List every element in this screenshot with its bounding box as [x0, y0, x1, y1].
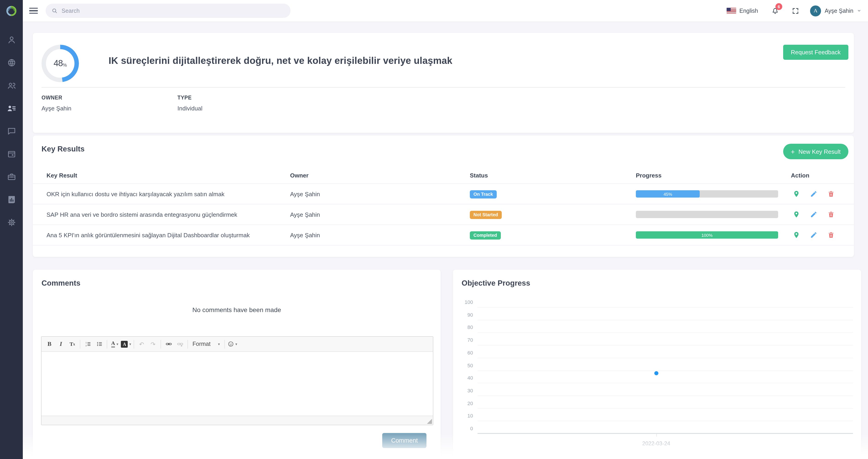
- col-status: Status: [470, 172, 636, 179]
- sidebar-item-explore[interactable]: [0, 51, 23, 74]
- key-result-owner: Ayşe Şahin: [290, 211, 470, 218]
- y-axis-tick-label: 70: [467, 337, 473, 343]
- ordered-list-button[interactable]: 12: [82, 339, 93, 349]
- chart-gridline: [477, 345, 853, 345]
- y-axis-tick-label: 60: [467, 350, 473, 356]
- sidebar-item-calendar[interactable]: [0, 142, 23, 165]
- link-button[interactable]: [163, 339, 174, 349]
- edit-button[interactable]: [810, 190, 817, 197]
- align-pin-button[interactable]: [793, 211, 800, 218]
- objective-card: 48 % IK süreçlerini dijitalleştirerek do…: [33, 33, 854, 133]
- request-feedback-button[interactable]: Request Feedback: [783, 45, 848, 60]
- edit-button[interactable]: [810, 231, 817, 239]
- italic-button[interactable]: I: [55, 339, 67, 349]
- emoji-button[interactable]: ▾: [227, 339, 238, 349]
- search-input[interactable]: [62, 7, 285, 14]
- align-pin-button[interactable]: [793, 190, 800, 197]
- resize-handle-icon[interactable]: [427, 419, 432, 424]
- type-label: TYPE: [178, 95, 192, 100]
- type-value: Individual: [178, 105, 203, 112]
- briefcase-icon: [7, 172, 16, 181]
- row-actions: [791, 190, 840, 197]
- edit-button[interactable]: [810, 211, 817, 218]
- fullscreen-icon: [792, 7, 799, 14]
- chart-gridline: [477, 332, 853, 333]
- status-badge: On Track: [470, 190, 497, 198]
- row-actions: [791, 211, 840, 218]
- key-results-title: Key Results: [41, 145, 85, 153]
- unlink-button[interactable]: [174, 339, 186, 349]
- chart-gridline: [477, 433, 853, 434]
- comments-card: Comments No comments have been made B I …: [33, 270, 441, 459]
- status-badge: Completed: [470, 231, 501, 240]
- comment-submit-button[interactable]: Comment: [382, 433, 427, 448]
- sidebar-nav: [0, 28, 23, 234]
- menu-toggle-button[interactable]: [29, 6, 38, 15]
- delete-button[interactable]: [828, 231, 835, 239]
- progress-bar-fill: 100%: [636, 231, 778, 239]
- sidebar-item-feedback[interactable]: [0, 120, 23, 142]
- col-action: Action: [791, 172, 840, 179]
- objective-progress-donut: 48 %: [41, 45, 79, 82]
- key-result-name: Ana 5 KPI'ın anlık görüntülenmesini sağl…: [46, 232, 290, 238]
- user-menu[interactable]: A Ayşe Şahin: [810, 5, 861, 16]
- sidebar-item-workspace[interactable]: [0, 165, 23, 188]
- notifications-button[interactable]: 6: [771, 6, 779, 15]
- table-row: SAP HR ana veri ve bordro sistemi arasın…: [33, 205, 854, 225]
- delete-button[interactable]: [828, 211, 835, 218]
- align-pin-button[interactable]: [793, 231, 800, 239]
- fullscreen-button[interactable]: [792, 7, 799, 14]
- toolbar-separator: [134, 340, 134, 348]
- unlink-icon: [177, 341, 183, 347]
- svg-text:2: 2: [85, 344, 87, 347]
- notification-count-badge: 6: [775, 3, 782, 10]
- new-key-result-button[interactable]: + New Key Result: [783, 144, 848, 159]
- bullet-list-icon: [96, 341, 102, 347]
- key-results-card: Key Results + New Key Result Key Result …: [33, 135, 854, 257]
- undo-button[interactable]: ↶: [136, 339, 147, 349]
- y-axis-tick-label: 80: [467, 325, 473, 330]
- sidebar: [0, 0, 23, 459]
- sidebar-item-team[interactable]: [0, 74, 23, 97]
- objective-progress-card: Objective Progress 010203040506070809010…: [453, 270, 861, 459]
- progress-chart: 01020304050607080901002022-03-24: [477, 308, 853, 434]
- editor-toolbar: B I Tx 12 A▾ A▾ ↶ ↷: [41, 337, 433, 352]
- redo-button[interactable]: ↷: [147, 339, 159, 349]
- y-axis-tick-label: 30: [467, 388, 473, 393]
- progress-bar: 100%: [636, 231, 778, 239]
- user-name: Ayşe Şahin: [825, 7, 854, 14]
- sidebar-item-okrs[interactable]: [0, 97, 23, 120]
- calendar-icon: [7, 149, 16, 158]
- y-axis-tick-label: 50: [467, 363, 473, 368]
- background-color-button[interactable]: A▾: [120, 339, 132, 349]
- language-selector[interactable]: English: [726, 7, 758, 14]
- chart-gridline: [477, 307, 853, 308]
- text-color-button[interactable]: A▾: [109, 339, 120, 349]
- col-key-result: Key Result: [46, 172, 290, 179]
- sidebar-item-settings[interactable]: [0, 211, 23, 234]
- chart-gridline: [477, 370, 853, 371]
- app-logo[interactable]: [0, 0, 23, 22]
- language-label: English: [739, 7, 758, 14]
- sidebar-item-profile[interactable]: [0, 28, 23, 51]
- bullet-list-button[interactable]: [93, 339, 105, 349]
- toolbar-separator: [224, 340, 225, 348]
- topbar: English 6 A Ayşe Şahin: [23, 0, 868, 22]
- objective-progress-title: Objective Progress: [462, 279, 530, 287]
- key-result-name: OKR için kullanıcı dostu ve ihtiyacı kar…: [46, 190, 290, 197]
- sidebar-item-reports[interactable]: [0, 188, 23, 211]
- remove-format-button[interactable]: Tx: [67, 339, 78, 349]
- comment-input-area[interactable]: [41, 352, 433, 416]
- donut-label: 48 %: [41, 45, 79, 82]
- delete-button[interactable]: [828, 190, 835, 197]
- chart-gridline: [477, 408, 853, 408]
- x-axis-tick: [656, 434, 657, 437]
- bold-button[interactable]: B: [44, 339, 55, 349]
- donut-percent-sign: %: [63, 62, 67, 67]
- avatar: A: [810, 5, 821, 16]
- toolbar-separator: [160, 340, 161, 348]
- chevron-down-icon: [857, 9, 861, 13]
- y-axis-tick-label: 90: [467, 312, 473, 317]
- format-dropdown[interactable]: Format ▾: [190, 339, 223, 349]
- topbar-right: English 6 A Ayşe Şahin: [726, 0, 861, 22]
